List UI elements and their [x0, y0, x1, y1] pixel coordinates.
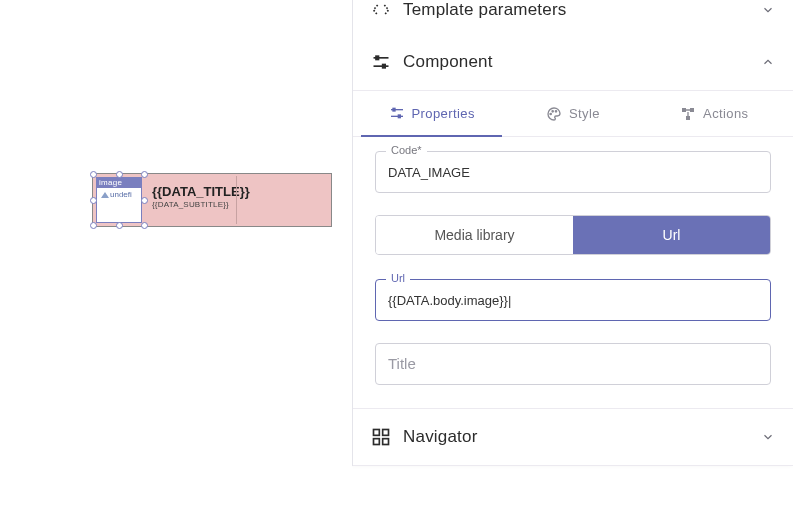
toggle-media-library[interactable]: Media library — [376, 216, 573, 254]
chevron-up-icon — [761, 55, 775, 69]
chevron-down-icon — [761, 430, 775, 444]
url-field[interactable]: Url — [375, 279, 771, 321]
title-field[interactable] — [375, 343, 771, 385]
resize-handle-e[interactable] — [141, 197, 148, 204]
svg-rect-13 — [686, 116, 690, 120]
template-card[interactable]: image undefi {{DATA_TITLE}} {{DATA_SUBTI… — [92, 173, 332, 227]
source-toggle: Media library Url — [375, 215, 771, 255]
code-icon — [371, 0, 391, 20]
resize-handle-se[interactable] — [141, 222, 148, 229]
svg-point-8 — [550, 113, 551, 114]
svg-point-10 — [555, 110, 556, 111]
workflow-icon — [680, 106, 696, 122]
svg-rect-17 — [383, 439, 389, 445]
tab-style-label: Style — [569, 106, 600, 121]
image-placeholder: undefi — [99, 188, 139, 220]
section-navigator[interactable]: Navigator — [353, 408, 793, 466]
tab-properties-label: Properties — [412, 106, 475, 121]
section-navigator-title: Navigator — [403, 427, 761, 447]
svg-rect-14 — [374, 430, 380, 436]
tab-actions[interactable]: Actions — [644, 91, 785, 136]
image-component-slot[interactable]: image undefi — [96, 177, 142, 223]
card-divider — [236, 176, 237, 224]
section-component[interactable]: Component — [353, 34, 793, 91]
svg-point-9 — [552, 110, 553, 111]
sliders-icon — [371, 52, 391, 72]
section-template-parameters-title: Template parameters — [403, 0, 761, 20]
toggle-url[interactable]: Url — [573, 216, 770, 254]
svg-rect-12 — [690, 108, 694, 112]
tab-actions-label: Actions — [703, 106, 748, 121]
section-template-parameters[interactable]: Template parameters — [353, 0, 793, 34]
svg-rect-5 — [393, 108, 395, 111]
palette-icon — [546, 106, 562, 122]
title-input[interactable] — [376, 344, 770, 384]
code-input[interactable] — [376, 152, 770, 192]
canvas[interactable]: image undefi {{DATA_TITLE}} {{DATA_SUBTI… — [0, 0, 352, 532]
resize-handle-ne[interactable] — [141, 171, 148, 178]
url-input[interactable] — [376, 280, 770, 320]
grid-icon — [371, 427, 391, 447]
code-field-label: Code* — [386, 144, 427, 156]
tab-style[interactable]: Style — [502, 91, 643, 136]
svg-rect-16 — [374, 439, 380, 445]
code-field[interactable]: Code* — [375, 151, 771, 193]
sliders-icon — [389, 105, 405, 121]
svg-rect-7 — [398, 115, 400, 118]
chevron-down-icon — [761, 3, 775, 17]
svg-rect-1 — [376, 56, 379, 59]
svg-rect-11 — [682, 108, 686, 112]
image-placeholder-icon — [101, 192, 109, 198]
component-tabs: Properties Style Actions — [353, 91, 793, 137]
resize-handle-sw[interactable] — [90, 222, 97, 229]
svg-rect-3 — [383, 65, 386, 68]
resize-handle-s[interactable] — [116, 222, 123, 229]
image-slot-type-label: image — [96, 177, 142, 188]
properties-panel: Template parameters Component — [352, 0, 793, 466]
resize-handle-w[interactable] — [90, 197, 97, 204]
url-field-label: Url — [386, 272, 410, 284]
tab-properties[interactable]: Properties — [361, 91, 502, 137]
section-component-title: Component — [403, 52, 761, 72]
svg-rect-15 — [383, 430, 389, 436]
properties-body: Code* Media library Url Url — [353, 137, 793, 408]
